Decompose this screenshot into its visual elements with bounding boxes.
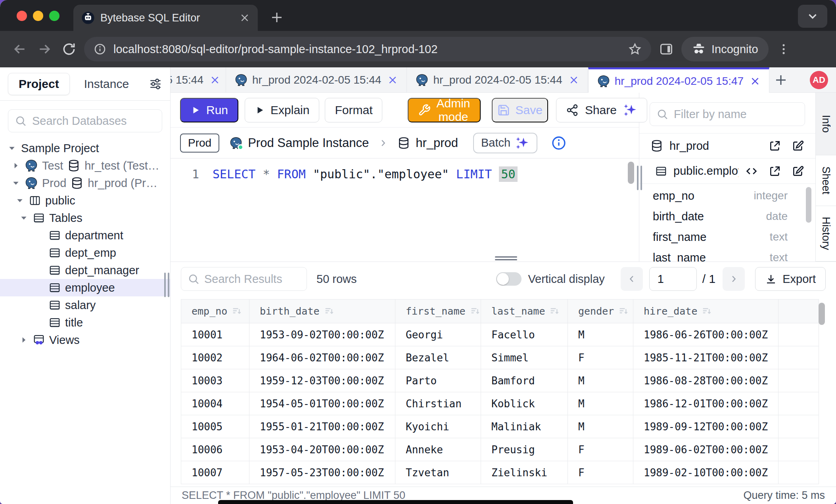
table-cell[interactable]: 1959-12-03T00:00:00Z: [249, 369, 395, 392]
table-cell[interactable]: 10007: [181, 461, 249, 484]
bookmark-star-icon[interactable]: [628, 42, 642, 56]
side-panel-icon[interactable]: [657, 40, 676, 59]
table-cell[interactable]: Bamford: [481, 369, 568, 392]
table-cell[interactable]: 1953-09-02T00:00:00Z: [249, 323, 395, 346]
close-tab-icon[interactable]: [569, 75, 579, 85]
table-cell[interactable]: 1986-06-26T00:00:00Z: [633, 323, 778, 346]
tree-item-department[interactable]: department: [0, 227, 170, 244]
close-tab-icon[interactable]: [387, 75, 398, 85]
tab-search-button[interactable]: [798, 5, 827, 28]
table-cell[interactable]: Zielinski: [481, 461, 568, 484]
table-cell[interactable]: 1989-02-10T00:00:00Z: [633, 461, 778, 484]
vertical-display-toggle[interactable]: [496, 272, 522, 286]
sort-icon[interactable]: [618, 306, 629, 317]
prev-page-button[interactable]: [621, 267, 643, 291]
worksheet-tab-4[interactable]: hr_prod 2024-02-05 15:47: [588, 67, 769, 93]
tree-item-dept-manager[interactable]: dept_manager: [0, 262, 170, 279]
column-list-scrollbar[interactable]: [806, 187, 811, 223]
sort-icon[interactable]: [701, 306, 712, 317]
tab-instance[interactable]: Instance: [74, 73, 139, 95]
explain-button[interactable]: Explain: [245, 98, 319, 122]
side-tab-history[interactable]: History: [816, 206, 836, 262]
table-cell[interactable]: Chirstian: [395, 392, 481, 415]
sort-icon[interactable]: [324, 306, 335, 317]
close-tab-icon[interactable]: [750, 76, 760, 86]
table-cell[interactable]: 10006: [181, 438, 249, 461]
table-cell[interactable]: 1957-05-23T00:00:00Z: [249, 461, 395, 484]
column-header-birth_date[interactable]: birth_date: [249, 300, 395, 323]
table-row[interactable]: 100041954-05-01T00:00:00ZChirstianKoblic…: [181, 392, 819, 415]
column-header-last_name[interactable]: last_name: [481, 300, 568, 323]
tree-item-salary[interactable]: salary: [0, 296, 170, 314]
site-info-icon[interactable]: [94, 43, 106, 55]
table-row[interactable]: 100061953-04-20T00:00:00ZAnnekePreusigF1…: [181, 438, 819, 461]
table-cell[interactable]: 1953-04-20T00:00:00Z: [249, 438, 395, 461]
back-icon[interactable]: [10, 40, 29, 59]
close-window-button[interactable]: [17, 11, 27, 21]
table-cell[interactable]: M: [568, 369, 633, 392]
sidebar-resize-handle[interactable]: [164, 273, 169, 297]
results-search-input[interactable]: [204, 273, 300, 286]
info-icon[interactable]: [551, 135, 567, 151]
chevron-down-icon[interactable]: [19, 214, 29, 222]
column-header-hire_date[interactable]: hire_date: [633, 300, 778, 323]
schema-column-last_name[interactable]: last_nametext: [639, 247, 815, 262]
results-search[interactable]: [181, 267, 307, 291]
schema-column-first_name[interactable]: first_nametext: [639, 227, 815, 247]
table-cell[interactable]: 1964-06-02T00:00:00Z: [249, 346, 395, 369]
table-cell[interactable]: M: [568, 415, 633, 438]
table-row[interactable]: 100011953-09-02T00:00:00ZGeorgiFacelloM1…: [181, 323, 819, 346]
table-cell[interactable]: Maliniak: [481, 415, 568, 438]
export-button[interactable]: Export: [755, 267, 826, 291]
filter-box[interactable]: [650, 102, 805, 126]
table-cell[interactable]: Facello: [481, 323, 568, 346]
close-tab-icon[interactable]: [240, 13, 250, 23]
tab-project[interactable]: Project: [8, 73, 70, 95]
tree-item-prod[interactable]: Prodhr_prod (Pr…: [0, 174, 170, 192]
forward-icon[interactable]: [35, 40, 54, 59]
table-cell[interactable]: Simmel: [481, 346, 568, 369]
new-tab-button[interactable]: [267, 7, 287, 28]
side-tab-info[interactable]: Info: [816, 93, 836, 155]
table-cell[interactable]: M: [568, 323, 633, 346]
schema-column-emp_no[interactable]: emp_nointeger: [639, 185, 815, 206]
batch-button[interactable]: Batch: [473, 133, 537, 153]
table-cell[interactable]: 10001: [181, 323, 249, 346]
edit-icon[interactable]: [792, 165, 804, 178]
admin-mode-button[interactable]: Admin mode: [408, 98, 480, 122]
tree-item-views[interactable]: Views: [0, 331, 170, 349]
url-text[interactable]: localhost:8080/sql-editor/prod-sample-in…: [113, 43, 621, 56]
next-page-button[interactable]: [723, 267, 745, 291]
page-input[interactable]: [649, 267, 697, 291]
browser-tab[interactable]: Bytebase SQL Editor: [73, 5, 258, 31]
editor-scrollbar[interactable]: [628, 162, 634, 184]
external-link-icon[interactable]: [769, 165, 781, 178]
table-cell[interactable]: F: [568, 346, 633, 369]
tree-item-title[interactable]: title: [0, 314, 170, 331]
worksheet-tab-3[interactable]: hr_prod 2024-02-05 15:44: [407, 67, 588, 92]
table-cell[interactable]: 1986-12-01T00:00:00Z: [633, 392, 778, 415]
table-cell[interactable]: Preusig: [481, 438, 568, 461]
table-cell[interactable]: Bezalel: [395, 346, 481, 369]
tree-item-employee[interactable]: employee: [0, 279, 170, 296]
instance-name[interactable]: Prod Sample Instance: [248, 136, 369, 150]
browser-menu-icon[interactable]: [774, 40, 793, 59]
table-cell[interactable]: F: [568, 461, 633, 484]
table-cell[interactable]: 1986-08-28T00:00:00Z: [633, 369, 778, 392]
results-resize-handle[interactable]: [495, 256, 517, 260]
maximize-window-button[interactable]: [49, 11, 59, 21]
table-row[interactable]: 100051955-01-21T00:00:00ZKyoichiMaliniak…: [181, 415, 819, 438]
table-cell[interactable]: 1954-05-01T00:00:00Z: [249, 392, 395, 415]
external-link-icon[interactable]: [769, 139, 781, 152]
sort-icon[interactable]: [231, 306, 242, 317]
tree-item-tables[interactable]: Tables: [0, 209, 170, 227]
table-row[interactable]: 100021964-06-02T00:00:00ZBezalelSimmelF1…: [181, 346, 819, 369]
table-cell[interactable]: 10003: [181, 369, 249, 392]
close-tab-icon[interactable]: [210, 75, 220, 85]
table-cell[interactable]: 10005: [181, 415, 249, 438]
table-row[interactable]: 100031959-12-03T00:00:00ZPartoBamfordM19…: [181, 369, 819, 392]
format-button[interactable]: Format: [325, 98, 382, 122]
share-button[interactable]: Share: [556, 98, 647, 122]
panel-resize-handle[interactable]: [637, 166, 642, 190]
avatar[interactable]: AD: [810, 71, 828, 89]
